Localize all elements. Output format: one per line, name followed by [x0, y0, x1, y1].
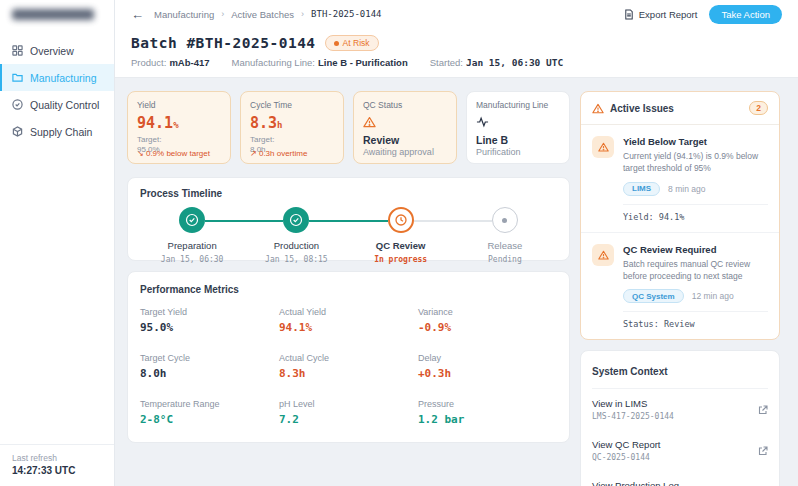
take-action-button[interactable]: Take Action: [709, 5, 782, 24]
check-circle-icon: [283, 207, 309, 233]
topbar: ← Manufacturing › Active Batches › BTH-2…: [115, 0, 798, 28]
sidebar-footer: Last refresh 14:27:33 UTC: [0, 444, 114, 486]
sidebar-nav: Overview Manufacturing Quality Control S…: [0, 29, 114, 145]
external-link-icon: [758, 401, 768, 419]
kpi-card-qc-status[interactable]: QC Status Review Awaiting approval: [353, 91, 457, 164]
clock-icon: [388, 207, 414, 233]
meta-product: Product:mAb-417: [131, 57, 210, 68]
link-view-in-lims[interactable]: View in LIMS LMS-417-2025-0144: [592, 389, 768, 430]
breadcrumb: Manufacturing › Active Batches › BTH-202…: [154, 9, 382, 20]
app-root: Overview Manufacturing Quality Control S…: [0, 0, 798, 486]
timeline-step-qc-review[interactable]: QC Review In progress: [349, 207, 453, 264]
timeline-step-preparation[interactable]: Preparation Jan 15, 06:30: [140, 207, 244, 264]
breadcrumb-manufacturing[interactable]: Manufacturing: [154, 9, 214, 20]
document-icon: [624, 9, 634, 20]
page-header: Batch #BTH-2025-0144 At Risk Product:mAb…: [115, 28, 798, 78]
warning-triangle-icon: [592, 136, 614, 158]
kpi-card-cycle-time[interactable]: Cycle Time 8.3h Target:8.0h ↗ 0.3h overt…: [240, 91, 344, 164]
warning-triangle-icon: [592, 103, 604, 114]
metric-delay: Delay+0.3h: [418, 353, 557, 380]
chevron-right-icon: ›: [301, 9, 304, 19]
timeline-steps: Preparation Jan 15, 06:30 Production Jan…: [140, 207, 557, 264]
export-report-button[interactable]: Export Report: [624, 9, 698, 20]
issue-detail: Yield: 94.1%: [623, 204, 768, 222]
kpi-card-yield[interactable]: Yield 94.1% Target:95.0% ↘ 0.9% below ta…: [127, 91, 231, 164]
sidebar-item-overview[interactable]: Overview: [0, 37, 114, 64]
breadcrumb-batch-id: BTH-2025-0144: [311, 9, 381, 19]
metric-temperature-range: Temperature Range2-8°C: [140, 399, 279, 426]
back-button[interactable]: ←: [131, 8, 144, 21]
sidebar-item-supply-chain[interactable]: Supply Chain: [0, 118, 114, 145]
sidebar-item-label: Supply Chain: [30, 126, 92, 138]
kpi-row: Yield 94.1% Target:95.0% ↘ 0.9% below ta…: [127, 91, 570, 164]
chevron-right-icon: ›: [221, 9, 224, 19]
metrics-title: Performance Metrics: [140, 284, 557, 295]
main-area: ← Manufacturing › Active Batches › BTH-2…: [115, 0, 798, 486]
issue-yield-below-target[interactable]: Yield Below Target Current yield (94.1%)…: [581, 125, 779, 232]
app-logo: [0, 0, 114, 29]
metrics-grid: Target Yield95.0% Actual Yield94.1% Vari…: [140, 307, 557, 426]
kpi-line-value: Line B: [476, 134, 560, 146]
package-icon: [12, 126, 23, 137]
metric-actual-yield: Actual Yield94.1%: [279, 307, 418, 334]
issue-detail: Status: Review: [623, 311, 768, 329]
app-logo-redacted: [12, 9, 94, 20]
metric-target-yield: Target Yield95.0%: [140, 307, 279, 334]
kpi-card-manufacturing-line[interactable]: Manufacturing Line Line B Purification: [466, 91, 570, 164]
timeline-step-release[interactable]: Release Pending: [453, 207, 557, 264]
system-context-title: System Context: [592, 366, 668, 377]
system-context-panel: System Context View in LIMS LMS-417-2025…: [580, 350, 780, 486]
sidebar-item-quality-control[interactable]: Quality Control: [0, 91, 114, 118]
sidebar-item-label: Overview: [30, 45, 74, 57]
warning-triangle-icon: [363, 114, 447, 132]
metric-variance: Variance-0.9%: [418, 307, 557, 334]
link-view-production-log[interactable]: View Production Log MES-B-0144: [592, 471, 768, 486]
last-refresh-value: 14:27:33 UTC: [12, 465, 102, 476]
kpi-yield-value: 94.1%: [137, 114, 221, 132]
kpi-cycle-delta: ↗ 0.3h overtime: [250, 149, 334, 158]
link-view-qc-report[interactable]: View QC Report QC-2025-0144: [592, 430, 768, 471]
last-refresh-label: Last refresh: [12, 453, 102, 463]
process-timeline-panel: Process Timeline Preparation Jan 15, 06:…: [127, 177, 570, 261]
sidebar-item-label: Quality Control: [30, 99, 99, 111]
sidebar: Overview Manufacturing Quality Control S…: [0, 0, 115, 486]
issues-count-badge: 2: [749, 101, 768, 115]
status-dot-icon: [334, 41, 339, 46]
sidebar-item-label: Manufacturing: [30, 72, 97, 84]
kpi-cycle-value: 8.3h: [250, 114, 334, 132]
activity-pulse-icon: [476, 114, 560, 132]
issue-qc-review-required[interactable]: QC Review Required Batch requires manual…: [581, 232, 779, 340]
sidebar-item-manufacturing[interactable]: Manufacturing: [0, 64, 114, 91]
active-issues-panel: Active Issues 2 Yield Below Target Curre…: [580, 91, 780, 340]
pending-dot-icon: [492, 207, 518, 233]
grid-icon: [12, 45, 23, 56]
meta-started: Started:Jan 15, 06:30 UTC: [430, 57, 564, 68]
check-circle-icon: [12, 99, 23, 110]
content: Yield 94.1% Target:95.0% ↘ 0.9% below ta…: [115, 78, 798, 486]
meta-line: Manufacturing Line:Line B - Purification: [232, 57, 408, 68]
check-circle-icon: [179, 207, 205, 233]
kpi-qc-value: Review: [363, 134, 447, 146]
performance-metrics-panel: Performance Metrics Target Yield95.0% Ac…: [127, 271, 570, 443]
status-badge: At Risk: [325, 35, 379, 51]
metric-target-cycle: Target Cycle8.0h: [140, 353, 279, 380]
source-badge-lims[interactable]: LIMS: [623, 182, 660, 196]
external-link-icon: [758, 442, 768, 460]
timeline-title: Process Timeline: [140, 188, 557, 199]
issues-title: Active Issues: [610, 103, 743, 114]
metric-actual-cycle: Actual Cycle8.3h: [279, 353, 418, 380]
source-badge-qc-system[interactable]: QC System: [623, 289, 684, 303]
metric-pressure: Pressure1.2 bar: [418, 399, 557, 426]
folder-icon: [12, 72, 23, 83]
warning-triangle-icon: [592, 244, 614, 266]
metric-ph-level: pH Level7.2: [279, 399, 418, 426]
kpi-yield-delta: ↘ 0.9% below target: [137, 149, 221, 158]
page-title: Batch #BTH-2025-0144: [131, 35, 316, 51]
breadcrumb-active-batches[interactable]: Active Batches: [231, 9, 294, 20]
timeline-step-production[interactable]: Production Jan 15, 08:15: [244, 207, 348, 264]
